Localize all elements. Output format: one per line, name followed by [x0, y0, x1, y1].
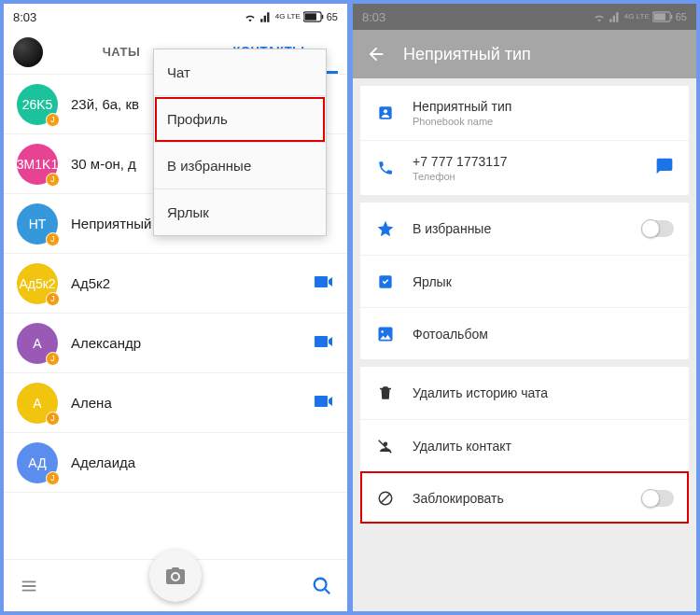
- svg-line-4: [325, 588, 330, 594]
- video-icon[interactable]: [312, 390, 334, 416]
- phone-left: 8:03 4G LTE 65 ЧАТЫ КОНТАКТЫ 26K5J23й, 6…: [4, 4, 347, 611]
- badge-icon: J: [46, 352, 60, 366]
- menu-chat[interactable]: Чат: [154, 49, 326, 96]
- row-delete-contact[interactable]: Удалить контакт: [360, 419, 689, 471]
- profile-header: Неприятный тип: [353, 4, 696, 78]
- signal-icon: [259, 10, 273, 23]
- shortcut-icon: [375, 273, 396, 291]
- back-icon[interactable]: [366, 44, 386, 64]
- badge-icon: J: [46, 292, 60, 306]
- row-name: Неприятный тип Phonebook name: [360, 86, 689, 140]
- context-menu: Чат Профиль В избранные Ярлык: [153, 49, 327, 236]
- contact-name: Неприятный тип: [413, 99, 674, 114]
- menu-shortcut[interactable]: Ярлык: [154, 189, 326, 235]
- contact-row[interactable]: АДJАделаида: [4, 433, 347, 493]
- badge-icon: J: [46, 232, 60, 246]
- badge-icon: J: [46, 113, 60, 127]
- row-shortcut[interactable]: Ярлык: [360, 255, 689, 307]
- contact-row[interactable]: АJАлександр: [4, 314, 347, 373]
- battery-icon: [303, 10, 324, 23]
- svg-point-3: [315, 578, 327, 590]
- profile-body: Неприятный тип Phonebook name +7 777 177…: [353, 78, 696, 611]
- row-album[interactable]: Фотоальбом: [360, 307, 689, 359]
- page-title: Неприятный тип: [403, 45, 531, 64]
- search-icon[interactable]: [312, 576, 332, 596]
- svg-rect-2: [322, 15, 323, 19]
- row-block[interactable]: Заблокировать: [360, 471, 689, 524]
- contact-name-label: Ад5к2: [71, 275, 299, 291]
- menu-favorite[interactable]: В избранные: [154, 143, 326, 189]
- contact-avatar: 3M1K1J: [17, 144, 58, 185]
- wifi-icon: [244, 10, 257, 23]
- phone-number: +7 777 1773117: [413, 154, 638, 169]
- contact-avatar: АJ: [17, 323, 58, 364]
- contact-avatar: НТJ: [17, 203, 58, 245]
- svg-point-9: [384, 109, 387, 113]
- video-icon[interactable]: [312, 271, 334, 297]
- status-time: 8:03: [13, 10, 36, 24]
- contact-row[interactable]: Ад5к2JАд5к2: [4, 254, 347, 314]
- contact-name-label: Александр: [71, 335, 299, 351]
- phone-icon: [375, 160, 396, 176]
- star-icon: [375, 219, 396, 238]
- status-right: 4G LTE 65: [244, 10, 338, 23]
- video-icon[interactable]: [312, 330, 334, 356]
- delete-contact-icon: [375, 438, 396, 454]
- menu-icon[interactable]: [19, 576, 39, 596]
- trash-icon: [375, 384, 396, 401]
- bottom-bar: [4, 559, 347, 611]
- image-icon: [375, 325, 396, 343]
- svg-point-12: [381, 330, 384, 333]
- block-icon: [375, 490, 396, 507]
- card-info: Неприятный тип Phonebook name +7 777 177…: [360, 86, 689, 195]
- contact-sub: Phonebook name: [413, 116, 674, 127]
- row-phone[interactable]: +7 777 1773117 Телефон: [360, 140, 689, 195]
- person-icon: [375, 104, 396, 122]
- card-prefs: В избранные Ярлык Фотоальбом: [360, 203, 689, 359]
- phone-right: 8:03 4G LTE 65 Неприятный тип Неприятный…: [353, 4, 696, 611]
- phone-sub: Телефон: [413, 171, 638, 182]
- contact-avatar: Ад5к2J: [17, 263, 58, 304]
- camera-icon: [164, 565, 187, 587]
- contact-name-label: Алена: [71, 395, 299, 411]
- contact-avatar: АДJ: [17, 442, 58, 483]
- contact-name-label: Аделаида: [71, 454, 334, 470]
- message-icon[interactable]: [655, 157, 674, 179]
- contact-avatar: АJ: [17, 383, 58, 424]
- profile-avatar[interactable]: [13, 37, 43, 67]
- svg-rect-1: [304, 13, 315, 20]
- row-favorite[interactable]: В избранные: [360, 203, 689, 255]
- block-toggle[interactable]: [642, 490, 674, 507]
- badge-icon: J: [46, 471, 60, 485]
- camera-fab[interactable]: [149, 550, 202, 602]
- menu-profile[interactable]: Профиль: [154, 96, 326, 143]
- badge-icon: J: [46, 412, 60, 426]
- contact-row[interactable]: АJАлена: [4, 373, 347, 433]
- contact-avatar: 26K5J: [17, 84, 58, 125]
- row-delete-history[interactable]: Удалить историю чата: [360, 367, 689, 419]
- card-actions: Удалить историю чата Удалить контакт Заб…: [360, 367, 689, 524]
- favorite-toggle[interactable]: [642, 220, 674, 237]
- badge-icon: J: [46, 173, 60, 187]
- status-bar: 8:03 4G LTE 65: [4, 4, 347, 30]
- svg-line-14: [382, 494, 390, 502]
